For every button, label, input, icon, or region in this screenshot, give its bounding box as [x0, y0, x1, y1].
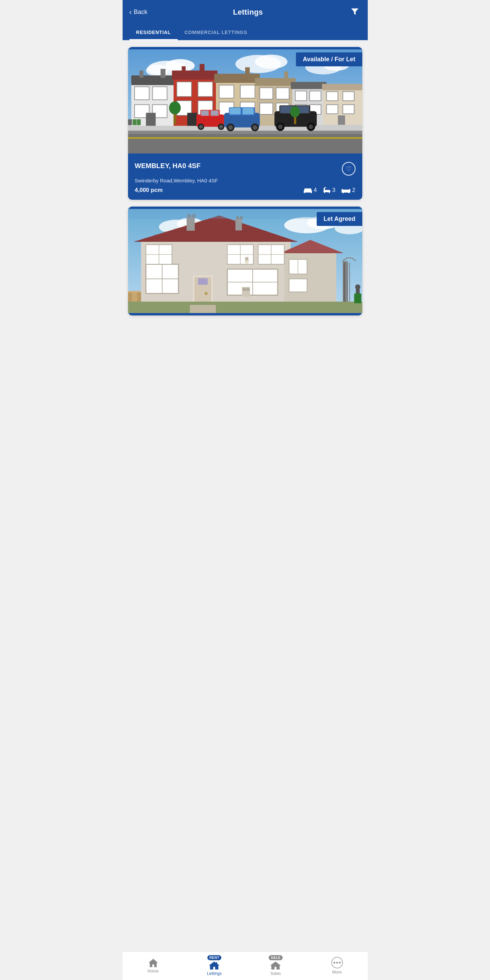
svg-rect-19: [139, 70, 143, 78]
svg-rect-32: [240, 85, 255, 98]
property-features-1: 4 3: [304, 187, 355, 194]
nav-lettings[interactable]: RENT Lettings: [184, 952, 245, 980]
svg-rect-99: [329, 192, 330, 193]
svg-rect-30: [214, 74, 260, 83]
svg-rect-12: [131, 76, 177, 86]
property-info-1: WEMBLEY, HA0 4SF ♡ Swinderby Road,Wemble…: [128, 156, 362, 200]
svg-point-2: [165, 59, 195, 72]
svg-rect-95: [305, 189, 308, 190]
status-badge-1: Available / For Let: [296, 52, 362, 66]
svg-rect-39: [260, 88, 273, 99]
svg-point-183: [339, 962, 340, 963]
svg-rect-36: [245, 67, 250, 76]
svg-rect-46: [290, 82, 326, 89]
sofa-icon-1: [342, 187, 350, 194]
chevron-left-icon: ‹: [129, 8, 132, 17]
bedroom-count-1: 4: [314, 187, 317, 194]
svg-rect-61: [230, 108, 240, 115]
property-image-1: Available / For Let: [128, 47, 362, 156]
svg-rect-57: [343, 105, 354, 114]
svg-rect-40: [276, 88, 289, 99]
nav-lettings-label: Lettings: [207, 971, 222, 976]
svg-rect-22: [177, 82, 192, 97]
back-button[interactable]: ‹ Back: [129, 8, 147, 17]
svg-point-173: [355, 285, 360, 290]
lettings-house-icon: [209, 961, 220, 970]
svg-rect-47: [295, 91, 306, 101]
svg-rect-17: [146, 113, 156, 126]
property-card-2[interactable]: Let Agreed: [128, 207, 362, 315]
status-badge-2: Let Agreed: [317, 212, 362, 226]
svg-point-74: [308, 124, 313, 129]
svg-point-80: [199, 125, 203, 129]
property-header-1: WEMBLEY, HA0 4SF ♡: [135, 162, 356, 176]
svg-rect-174: [354, 294, 361, 304]
svg-rect-28: [182, 66, 185, 73]
bathroom-count-1: 3: [332, 187, 335, 194]
svg-rect-93: [311, 191, 312, 193]
svg-rect-166: [190, 305, 215, 313]
property-card-1[interactable]: Available / For Let WEMBLEY, HA0 4SF ♡ S…: [128, 47, 362, 200]
svg-point-82: [219, 125, 223, 129]
bed-icon-1: [304, 187, 312, 194]
svg-rect-92: [304, 191, 305, 193]
svg-point-182: [336, 962, 338, 963]
svg-rect-108: [348, 192, 350, 193]
svg-point-5: [255, 54, 287, 69]
svg-rect-48: [310, 91, 321, 101]
svg-rect-156: [343, 263, 345, 305]
svg-rect-106: [343, 189, 349, 191]
heart-icon-1: ♡: [346, 165, 351, 172]
more-icon: [331, 957, 343, 969]
svg-point-84: [169, 102, 180, 115]
nav-home[interactable]: Home: [123, 952, 184, 980]
svg-rect-107: [343, 192, 343, 193]
svg-rect-96: [308, 189, 311, 190]
nav-more[interactable]: More: [306, 952, 368, 980]
sales-house-icon: [270, 961, 281, 970]
feature-reception-1: 2: [342, 187, 355, 194]
svg-rect-78: [211, 111, 218, 116]
svg-rect-102: [324, 188, 326, 188]
property-price-1: 4,000 pcm: [135, 187, 302, 194]
feature-bedrooms-1: 4: [304, 187, 317, 194]
header-top: ‹ Back Lettings: [129, 5, 361, 25]
tab-residential[interactable]: RESIDENTIAL: [129, 25, 178, 40]
svg-rect-158: [347, 263, 348, 305]
svg-point-64: [228, 125, 233, 130]
svg-rect-88: [132, 119, 136, 125]
svg-rect-13: [134, 87, 149, 100]
tabs-container: RESIDENTIAL COMMERCIAL LETTINGS: [129, 25, 361, 40]
svg-point-171: [245, 260, 249, 264]
nav-sales[interactable]: SALE Sales: [245, 952, 306, 980]
svg-marker-177: [209, 962, 219, 969]
svg-rect-159: [349, 263, 350, 305]
nav-more-label: More: [332, 970, 342, 975]
svg-point-72: [278, 124, 282, 129]
svg-rect-62: [243, 108, 253, 115]
svg-rect-154: [289, 279, 307, 292]
property-address-1: Swinderby Road,Wembley, HA0 4SF: [135, 178, 356, 183]
svg-rect-77: [201, 111, 209, 116]
tab-commercial[interactable]: COMMERCIAL LETTINGS: [178, 25, 254, 40]
filter-button[interactable]: [349, 5, 361, 19]
svg-rect-98: [324, 192, 325, 193]
svg-rect-41: [260, 103, 273, 115]
sales-badge: SALE: [269, 955, 283, 960]
svg-rect-21: [172, 70, 218, 80]
svg-rect-18: [160, 69, 165, 78]
nav-sales-label: Sales: [270, 971, 281, 976]
property-title-1: WEMBLEY, HA0 4SF: [135, 162, 338, 170]
favourite-button-1[interactable]: ♡: [342, 162, 356, 176]
svg-rect-124: [235, 218, 242, 231]
lettings-badge: RENT: [207, 955, 221, 960]
svg-rect-58: [338, 115, 345, 125]
svg-point-66: [252, 125, 257, 130]
svg-rect-14: [152, 87, 167, 100]
svg-rect-104: [342, 189, 343, 192]
svg-rect-87: [128, 119, 132, 125]
svg-rect-89: [137, 119, 140, 125]
svg-rect-38: [255, 78, 295, 86]
svg-rect-137: [198, 278, 208, 285]
filter-icon: [350, 7, 359, 16]
